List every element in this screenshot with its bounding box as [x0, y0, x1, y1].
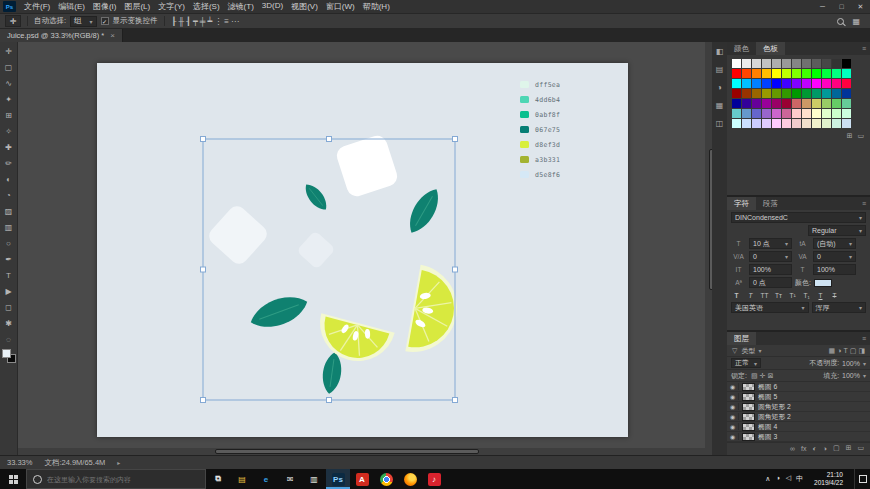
swatch[interactable] — [742, 99, 751, 108]
tab-paragraph[interactable]: 段落 — [756, 197, 785, 210]
swatch[interactable] — [832, 109, 841, 118]
file-explorer-taskbar-icon[interactable]: ▤ — [230, 469, 254, 489]
swatch[interactable] — [762, 99, 771, 108]
show-transform-checkbox[interactable]: ✓ — [101, 17, 109, 25]
swatch[interactable] — [822, 69, 831, 78]
swatch[interactable] — [772, 59, 781, 68]
swatch[interactable] — [762, 79, 771, 88]
network-icon[interactable]: ◗ — [776, 474, 780, 484]
swatch[interactable] — [802, 79, 811, 88]
horizontal-scrollbar[interactable] — [18, 448, 712, 455]
clone-stamp-tool[interactable]: ◐ — [0, 171, 18, 187]
swatch[interactable] — [742, 119, 751, 128]
music-app-taskbar-icon[interactable]: ♪ — [422, 469, 446, 489]
layer-row[interactable]: ◉圆角矩形 2 — [727, 402, 870, 412]
move-tool[interactable]: ✛ — [0, 43, 18, 59]
horizontal-scale-field[interactable]: 100% — [813, 264, 856, 275]
brush-tool[interactable]: ✏ — [0, 155, 18, 171]
swatch[interactable] — [842, 109, 851, 118]
swatch[interactable] — [822, 119, 831, 128]
swatch[interactable] — [802, 59, 811, 68]
swatch[interactable] — [752, 109, 761, 118]
swatch[interactable] — [802, 109, 811, 118]
swatch[interactable] — [752, 99, 761, 108]
all-caps-icon[interactable]: TT — [759, 290, 770, 300]
info-panel-icon[interactable]: ◫ — [716, 119, 724, 128]
swatch[interactable] — [762, 89, 771, 98]
store-taskbar-icon[interactable]: ▥ — [302, 469, 326, 489]
swatch[interactable] — [832, 69, 841, 78]
eraser-tool[interactable]: ▨ — [0, 203, 18, 219]
faux-bold-icon[interactable]: T — [731, 290, 742, 300]
action-center-button[interactable] — [854, 469, 870, 489]
font-family-dropdown[interactable]: DINCondensedC ▾ — [731, 212, 866, 223]
filter-pixel-layers-icon[interactable]: ▦ — [828, 347, 837, 355]
minimize-button[interactable]: ─ — [813, 3, 832, 11]
swatch[interactable] — [772, 119, 781, 128]
vertical-scale-field[interactable]: 100% — [749, 264, 792, 275]
delete-swatch-icon[interactable]: ▭ — [857, 132, 864, 140]
volume-icon[interactable]: ◁ — [786, 474, 791, 484]
swatch[interactable] — [812, 79, 821, 88]
fill-value[interactable]: 100% — [842, 372, 860, 379]
swatch[interactable] — [732, 119, 741, 128]
tab-color[interactable]: 颜色 — [727, 42, 756, 55]
new-swatch-icon[interactable]: ⊞ — [847, 132, 853, 140]
visibility-eye-icon[interactable]: ◉ — [727, 403, 739, 410]
visibility-eye-icon[interactable]: ◉ — [727, 413, 739, 420]
swatch[interactable] — [832, 59, 841, 68]
underline-icon[interactable]: T — [815, 290, 826, 300]
swatch[interactable] — [802, 99, 811, 108]
text-color-chip[interactable] — [814, 279, 832, 287]
swatch[interactable] — [812, 99, 821, 108]
healing-brush-tool[interactable]: ✚ — [0, 139, 18, 155]
swatch[interactable] — [842, 69, 851, 78]
panel-menu-icon[interactable]: ≡ — [858, 197, 870, 210]
gradient-tool[interactable]: ▥ — [0, 219, 18, 235]
firefox-browser-taskbar-icon[interactable] — [398, 469, 422, 489]
filter-shape-layers-icon[interactable]: ▢ — [849, 347, 858, 355]
swatch[interactable] — [802, 89, 811, 98]
path-selection-tool[interactable]: ▶ — [0, 283, 18, 299]
swatch[interactable] — [752, 119, 761, 128]
new-layer-icon[interactable]: ⊞ — [845, 444, 853, 452]
swatch[interactable] — [792, 59, 801, 68]
lock-all-icon[interactable]: ⊠ — [766, 372, 774, 380]
swatch[interactable] — [772, 89, 781, 98]
status-arrow-icon[interactable]: ▸ — [117, 459, 120, 466]
swatch[interactable] — [792, 79, 801, 88]
maximize-button[interactable]: □ — [832, 3, 851, 11]
align-bottom-icon[interactable]: ┷ — [206, 17, 213, 26]
superscript-icon[interactable]: T¹ — [787, 290, 798, 300]
crop-tool[interactable]: ⊞ — [0, 107, 18, 123]
photoshop-taskbar-icon[interactable]: Ps — [326, 469, 350, 489]
visibility-eye-icon[interactable]: ◉ — [727, 423, 739, 430]
auto-select-dropdown[interactable]: 组 ▾ — [70, 16, 97, 27]
align-top-icon[interactable]: ┯ — [192, 17, 199, 26]
tab-layers[interactable]: 图层 — [727, 332, 756, 345]
faux-italic-icon[interactable]: T — [745, 290, 756, 300]
lock-position-icon[interactable]: ✛ — [759, 372, 767, 380]
libraries-panel-icon[interactable]: ▦ — [716, 101, 724, 110]
mail-taskbar-icon[interactable]: ✉ — [278, 469, 302, 489]
task-view-taskbar-icon[interactable]: ⧉ — [206, 469, 230, 489]
filter-smart-objects-icon[interactable]: ◨ — [857, 347, 866, 355]
search-icon[interactable] — [837, 18, 844, 25]
layer-row[interactable]: ◉椭圆 6 — [727, 382, 870, 392]
visibility-eye-icon[interactable]: ◉ — [727, 383, 739, 390]
adjustments-panel-icon[interactable]: ◑ — [717, 83, 722, 92]
distribute-vertical-icon[interactable]: ⋮ — [213, 17, 223, 26]
adjustment-layer-icon[interactable]: ◑ — [822, 445, 828, 452]
align-center-horizontal-icon[interactable]: ╫ — [177, 17, 185, 26]
layer-row[interactable]: ◉椭圆 5 — [727, 392, 870, 402]
swatch[interactable] — [822, 109, 831, 118]
zoom-level[interactable]: 33.33% — [7, 458, 32, 467]
history-brush-tool[interactable]: ◔ — [0, 187, 18, 203]
swatch[interactable] — [742, 79, 751, 88]
swatch[interactable] — [752, 59, 761, 68]
adobe-app-taskbar-icon[interactable]: A — [350, 469, 374, 489]
menu-item[interactable]: 图像(I) — [89, 1, 121, 12]
layer-group-icon[interactable]: ▢ — [832, 444, 841, 452]
swatch[interactable] — [792, 119, 801, 128]
swatch[interactable] — [772, 99, 781, 108]
